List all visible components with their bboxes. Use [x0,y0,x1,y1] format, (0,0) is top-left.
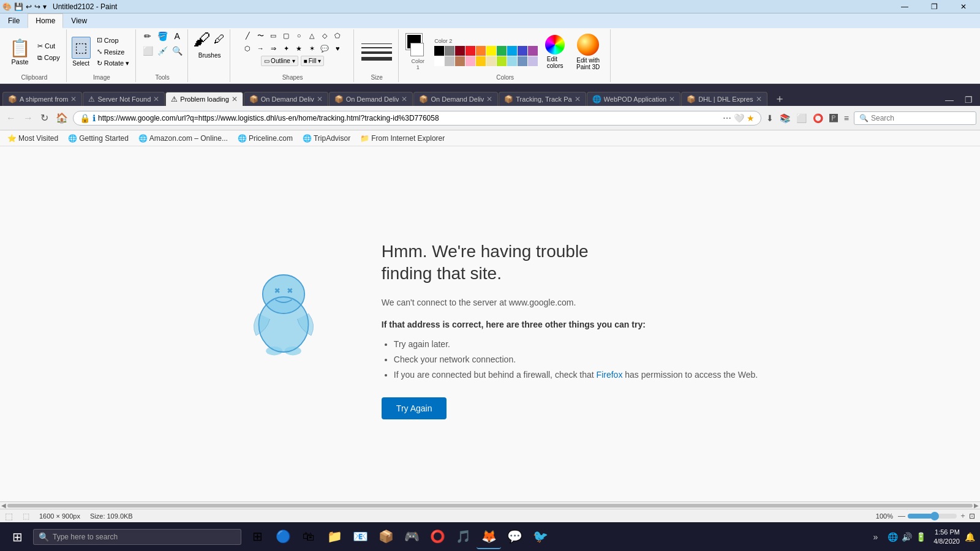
star-icon[interactable]: ★ [747,113,755,123]
taskbar-fileexplorer[interactable]: 📁 [322,525,347,549]
bookmark-amazon[interactable]: 🌐 Amazon.com – Online... [136,133,230,144]
paste-button[interactable]: 📋 Paste [6,35,34,69]
color-cell[interactable] [434,56,444,66]
magnifier-button[interactable]: 🔍 [170,44,184,58]
edit-colors-button[interactable]: Editcolors [543,32,567,72]
zoom-out-button[interactable]: — [898,512,905,520]
notification-button[interactable]: 🔔 [962,530,978,544]
tab-view[interactable]: View [63,13,95,28]
zoom-slider[interactable] [908,514,957,519]
ellipse-shape[interactable]: ○ [293,29,305,42]
new-tab-button[interactable]: ＋ [771,91,789,106]
color-cell[interactable] [507,46,517,56]
star6-shape[interactable]: ✶ [306,42,318,54]
roundrect-shape[interactable]: ▢ [280,29,292,42]
color-cell[interactable] [497,56,507,66]
select-button[interactable]: ⬚ [72,37,91,59]
size-line-2[interactable] [361,47,392,48]
pentagon-shape[interactable]: ⬠ [331,29,344,42]
brushes-button[interactable]: 🖌 [193,29,210,50]
taskbar-tripadvisor[interactable]: 🎮 [399,525,424,549]
search-input[interactable] [871,114,971,122]
color-cell[interactable] [518,46,527,56]
arrow2-shape[interactable]: ⇒ [267,42,279,54]
resize-button[interactable]: ⤡ Resize [94,47,132,57]
size-line-1[interactable] [361,43,392,44]
downloads-icon[interactable]: ⬇ [764,112,776,124]
callout-shape[interactable]: 💬 [318,42,331,54]
tab-close-3[interactable]: ✕ [317,95,323,103]
edit-paint3d-button[interactable]: Edit withPaint 3D [570,31,606,73]
quick-access-undo[interactable]: ↩ [26,2,32,11]
bookmark-from-ie[interactable]: 📁 From Internet Explorer [358,133,447,144]
tab-close-8[interactable]: ✕ [756,95,762,103]
browser-tab-7[interactable]: 🌐 WebPOD Application ✕ [587,92,681,106]
tab-file[interactable]: File [0,13,28,28]
cut-button[interactable]: ✂ Cut [35,41,62,51]
color-cell[interactable] [445,56,454,66]
url-input[interactable] [98,114,720,122]
browser-tab-6[interactable]: 📦 Tracking, Track Pa ✕ [499,92,586,106]
triangle-shape[interactable]: △ [306,29,318,42]
pocket-icon[interactable]: 🅿 [827,112,840,124]
color-cell[interactable] [455,56,465,66]
color-cell[interactable] [466,46,475,56]
refresh-button[interactable]: ↻ [38,110,51,126]
tab-close-2[interactable]: ✕ [232,95,238,103]
maximize-button[interactable]: ❐ [920,0,948,13]
quick-access-menu[interactable]: ▾ [43,2,47,11]
taskbar-app3[interactable]: 🐦 [528,525,552,549]
color-cell[interactable] [528,56,538,66]
tab-close-5[interactable]: ✕ [486,95,492,103]
eraser-button[interactable]: ⬜ [141,44,154,58]
bookmarks-icon[interactable]: 📚 [777,112,793,124]
line-shape[interactable]: ╱ [241,29,254,42]
browser-tab-4[interactable]: 📦 On Demand Deliv ✕ [329,92,413,106]
taskbar-edge[interactable]: 🔵 [271,525,295,549]
forward-button[interactable]: → [21,110,36,126]
color-picker-button[interactable]: 💉 [156,44,169,58]
color-cell[interactable] [528,46,538,56]
color-cell[interactable] [476,56,486,66]
taskbar-store[interactable]: 🛍 [296,525,321,549]
firefox-link[interactable]: Firefox [597,370,623,380]
star4-shape[interactable]: ✦ [280,42,292,54]
menu-icon[interactable]: ≡ [842,112,851,124]
scroll-right-arrow[interactable]: ▶ [974,502,979,509]
bookmark-priceline[interactable]: 🌐 Priceline.com [235,133,295,144]
more-options-icon[interactable]: ⋯ [723,113,731,123]
quick-access-save[interactable]: 💾 [14,2,23,11]
home-button[interactable]: 🏠 [53,110,70,126]
synced-tabs-icon[interactable]: ⬜ [794,112,809,124]
browser-scrollbar-h[interactable]: ◀ ▶ [0,501,980,509]
color-cell[interactable] [507,56,517,66]
quick-access-redo[interactable]: ↪ [34,2,40,11]
browser-tab-5[interactable]: 📦 On Demand Deliv ✕ [413,92,498,106]
bookmark-getting-started[interactable]: 🌐 Getting Started [66,133,131,144]
url-bar-wrap[interactable]: 🔒 ℹ ⋯ 🤍 ★ [73,111,761,126]
taskbar-amazon[interactable]: 📦 [374,525,398,549]
bookmark-most-visited[interactable]: ⭐ Most Visited [5,133,61,144]
try-again-button[interactable]: Try Again [382,397,447,419]
browser-minimize-btn[interactable]: — [940,94,959,106]
start-button[interactable]: ⊞ [2,522,32,551]
container-icon[interactable]: ⭕ [810,112,826,124]
close-button[interactable]: ✕ [949,0,978,13]
color-cell[interactable] [476,46,486,56]
tab-close-0[interactable]: ✕ [70,95,77,103]
tab-close-7[interactable]: ✕ [669,95,675,103]
color-cell[interactable] [466,56,475,66]
size-line-3[interactable] [361,51,392,54]
taskbar-search-box[interactable]: 🔍 Type here to search [33,529,241,545]
fill-button[interactable]: 🪣 [156,29,169,43]
zoom-thumb[interactable] [930,512,939,520]
color-cell[interactable] [486,56,496,66]
star5-shape[interactable]: ★ [293,42,305,54]
diamond-shape[interactable]: ◇ [318,29,331,42]
search-bar-wrap[interactable]: 🔍 [854,111,976,125]
crop-button[interactable]: ⊡ Crop [94,35,132,45]
zoom-in-button[interactable]: ＋ [959,511,967,521]
browser-tab-1[interactable]: ⚠ Server Not Found ✕ [83,92,165,106]
color-cell[interactable] [445,46,454,56]
back-button[interactable]: ← [4,110,18,126]
